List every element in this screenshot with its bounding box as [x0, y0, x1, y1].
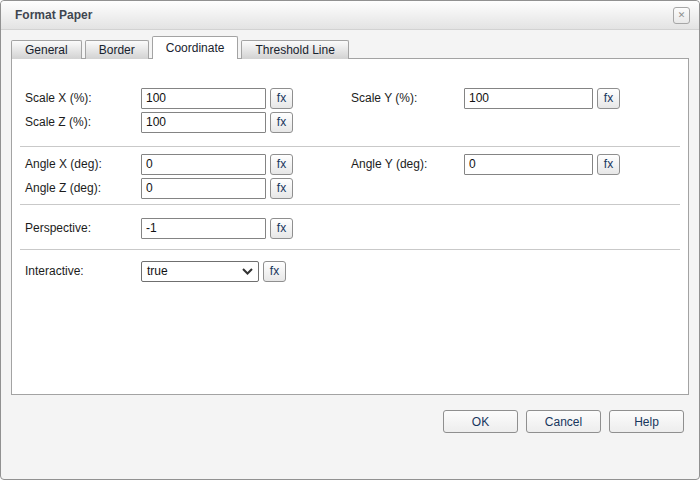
cancel-button[interactable]: Cancel — [526, 410, 601, 433]
interactive-label: Interactive: — [25, 264, 141, 278]
tab-border[interactable]: Border — [85, 40, 149, 59]
tab-border-label: Border — [99, 43, 135, 57]
scale-y-field: Scale Y (%): fx — [351, 87, 620, 109]
section-divider — [20, 146, 680, 147]
scale-x-fx-button[interactable]: fx — [270, 88, 293, 109]
chevron-down-icon — [242, 268, 253, 275]
interactive-fx-button[interactable]: fx — [263, 261, 286, 282]
dialog-title: Format Paper — [15, 8, 92, 22]
perspective-label: Perspective: — [25, 221, 141, 235]
angle-z-label: Angle Z (deg): — [25, 181, 141, 195]
angle-z-input[interactable] — [141, 178, 266, 199]
format-paper-dialog: Format Paper ✕ General Border Coordinate… — [0, 0, 700, 480]
interactive-field: Interactive: true fx — [25, 260, 286, 282]
section-divider — [20, 204, 680, 205]
scale-y-label: Scale Y (%): — [351, 91, 464, 105]
scale-z-input[interactable] — [141, 112, 266, 133]
scale-z-fx-button[interactable]: fx — [270, 112, 293, 133]
coordinate-tab-panel: Scale X (%): fx Scale Y (%): fx Scale Z … — [11, 58, 689, 395]
tab-coordinate-label: Coordinate — [166, 41, 225, 55]
tab-threshold-line-label: Threshold Line — [255, 43, 334, 57]
angle-x-fx-button[interactable]: fx — [270, 154, 293, 175]
scale-x-label: Scale X (%): — [25, 91, 141, 105]
dialog-footer: OK Cancel Help — [443, 410, 684, 433]
perspective-input[interactable] — [141, 218, 266, 239]
interactive-select[interactable]: true — [141, 261, 259, 282]
angle-x-field: Angle X (deg): fx — [25, 153, 293, 175]
angle-z-field: Angle Z (deg): fx — [25, 177, 293, 199]
scale-y-input[interactable] — [464, 88, 593, 109]
scale-x-input[interactable] — [141, 88, 266, 109]
scale-z-field: Scale Z (%): fx — [25, 111, 293, 133]
angle-x-label: Angle X (deg): — [25, 157, 141, 171]
perspective-fx-button[interactable]: fx — [270, 218, 293, 239]
close-icon[interactable]: ✕ — [673, 7, 690, 24]
scale-y-fx-button[interactable]: fx — [597, 88, 620, 109]
interactive-selected-value: true — [147, 264, 242, 278]
angle-y-label: Angle Y (deg): — [351, 157, 464, 171]
scale-z-label: Scale Z (%): — [25, 115, 141, 129]
tab-general[interactable]: General — [11, 40, 82, 59]
tab-bar: General Border Coordinate Threshold Line — [11, 37, 349, 59]
section-divider — [20, 249, 680, 250]
angle-y-field: Angle Y (deg): fx — [351, 153, 620, 175]
angle-y-input[interactable] — [464, 154, 593, 175]
tab-general-label: General — [25, 43, 68, 57]
ok-button[interactable]: OK — [443, 410, 518, 433]
angle-y-fx-button[interactable]: fx — [597, 154, 620, 175]
angle-x-input[interactable] — [141, 154, 266, 175]
dialog-titlebar: Format Paper ✕ — [1, 1, 699, 30]
angle-z-fx-button[interactable]: fx — [270, 178, 293, 199]
tab-coordinate[interactable]: Coordinate — [152, 36, 239, 59]
perspective-field: Perspective: fx — [25, 217, 293, 239]
scale-x-field: Scale X (%): fx — [25, 87, 293, 109]
tab-threshold-line[interactable]: Threshold Line — [241, 40, 348, 59]
help-button[interactable]: Help — [609, 410, 684, 433]
